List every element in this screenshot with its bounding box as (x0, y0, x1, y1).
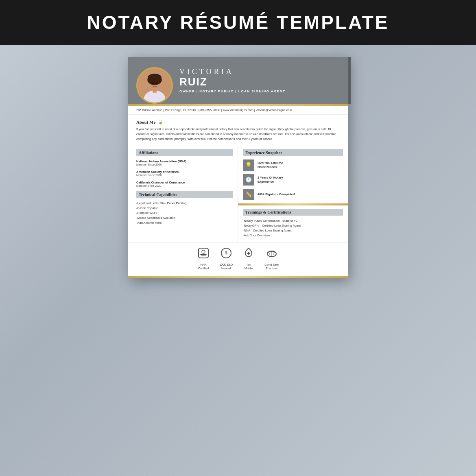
cert-heading: Trainings & Certifications (243, 209, 343, 216)
page-title: NOTARY RÉSUMÉ TEMPLATE (0, 11, 476, 33)
about-text: If you find yourself in need of a depend… (136, 127, 340, 142)
svg-rect-11 (201, 255, 206, 256)
experience-heading: Experience Snapshot (243, 149, 343, 156)
svg-point-6 (152, 82, 153, 84)
two-col-section: Affiliations National Notary Association… (128, 145, 348, 242)
exp-icon-1: 💡 (243, 159, 254, 171)
certifications-section: Trainings & Certifications -Notary Publi… (243, 209, 343, 237)
covid-icon (266, 247, 278, 261)
resume-footer: NNACertified $ 100K E&OInsured (128, 242, 348, 276)
mobile-icon (242, 247, 255, 261)
tech-item-5: -Add Another Here (136, 221, 233, 225)
badge-nna: NNACertified (197, 247, 210, 270)
affil-name-2: American Society of Notaries (136, 170, 233, 174)
leaf-icon: 🍃 (157, 119, 164, 125)
svg-rect-10 (200, 254, 207, 255)
svg-point-9 (202, 250, 205, 253)
website: www.victoriasigns.com | victoria@victori… (223, 108, 292, 112)
profile-photo (136, 67, 173, 104)
title-banner: NOTARY RÉSUMÉ TEMPLATE (0, 0, 476, 45)
affil-sub-1: Member Since 2020 (136, 163, 233, 166)
affiliation-item-2: American Society of Notaries Member Sinc… (136, 170, 233, 177)
resume-header: Victoria Ruiz Owner | Notary Public | Lo… (128, 57, 348, 104)
exp-text-3: 400+ Signings Completed (258, 192, 295, 197)
cert-item-1: -Notary Public Commission - State of FL (243, 219, 343, 223)
svg-rect-8 (199, 248, 208, 258)
badge-mobile: I'mMobile (242, 247, 255, 270)
cert-item-3: -NNA - Certified Loan Signing Agent (243, 229, 343, 232)
exp-text-2: 2 Years Of NotaryExperience (258, 176, 283, 184)
svg-point-7 (156, 82, 158, 84)
eo-label: 100K E&OInsured (219, 263, 233, 270)
resume-document: Victoria Ruiz Owner | Notary Public | Lo… (128, 57, 348, 278)
about-section: About Me 🍃 If you find yourself in need … (128, 115, 348, 145)
gold-divider-bottom (128, 276, 348, 278)
eo-icon: $ (220, 247, 232, 261)
affil-sub-3: Member since 2020 (136, 184, 233, 187)
exp-item-2: 🕐 2 Years Of NotaryExperience (243, 174, 343, 186)
covid-label: Covid-SafePractices (264, 263, 279, 270)
badge-covid: Covid-SafePractices (264, 247, 279, 270)
exp-icon-2: 🕐 (243, 174, 254, 186)
badge-eo: $ 100K E&OInsured (219, 247, 233, 270)
svg-point-14 (247, 252, 250, 255)
right-column: Experience Snapshot 💡 Over 500 LifetimeN… (238, 145, 348, 242)
affil-name-1: National Notary Association (NNA) (136, 159, 233, 163)
exp-item-3: ✏️ 400+ Signings Completed (243, 189, 343, 200)
header-text: Victoria Ruiz Owner | Notary Public | Lo… (179, 65, 340, 93)
professional-title: Owner | Notary Public | Loan Signing Age… (179, 90, 340, 93)
technical-heading: Technical Capabilities (136, 191, 233, 198)
nna-label: NNACertified (198, 263, 209, 270)
affil-name-3: California Chamber of Commerce (136, 181, 233, 184)
nna-icon (197, 247, 210, 261)
gold-divider-mid (238, 203, 348, 205)
last-name: Ruiz (179, 76, 340, 88)
affiliations-heading: Affiliations (136, 149, 233, 156)
exp-item-1: 💡 Over 500 LifetimeNotarizations (243, 159, 343, 171)
tech-item-1: -Legal and Letter Size Paper Printing (136, 201, 233, 205)
left-column: Affiliations National Notary Association… (128, 145, 238, 242)
tech-item-4: -Mobile Scanbacks Available (136, 216, 233, 220)
technical-section: Technical Capabilities -Legal and Letter… (136, 191, 233, 225)
exp-icon-3: ✏️ (243, 189, 254, 200)
cert-item-4: -Add Your OwnHere (243, 234, 343, 237)
badges-row: NNACertified $ 100K E&OInsured (136, 247, 340, 270)
svg-rect-5 (153, 89, 156, 92)
tech-item-3: -Portable Wi-Fi (136, 211, 233, 215)
affil-sub-2: Member Since 2020 (136, 174, 233, 177)
experience-section: Experience Snapshot 💡 Over 500 LifetimeN… (243, 149, 343, 200)
first-name: Victoria (179, 68, 340, 76)
affiliation-item-3: California Chamber of Commerce Member si… (136, 181, 233, 187)
exp-text-1: Over 500 LifetimeNotarizations (258, 161, 283, 170)
affiliations-section: Affiliations National Notary Association… (136, 149, 233, 187)
svg-text:$: $ (225, 251, 227, 255)
about-heading: About Me 🍃 (136, 119, 340, 125)
svg-point-4 (147, 74, 162, 85)
cert-item-2: -Notary2Pro - Certified Loan Signing Age… (243, 224, 343, 227)
affiliation-item-1: National Notary Association (NNA) Member… (136, 159, 233, 166)
tech-item-2: -E-Doc Capable (136, 206, 233, 210)
contact-bar: 205 Wilson Avenue | Port Orange, FL 3201… (128, 106, 348, 115)
mobile-label: I'mMobile (245, 263, 253, 270)
address: 205 Wilson Avenue | Port Orange, FL 3201… (136, 108, 222, 112)
